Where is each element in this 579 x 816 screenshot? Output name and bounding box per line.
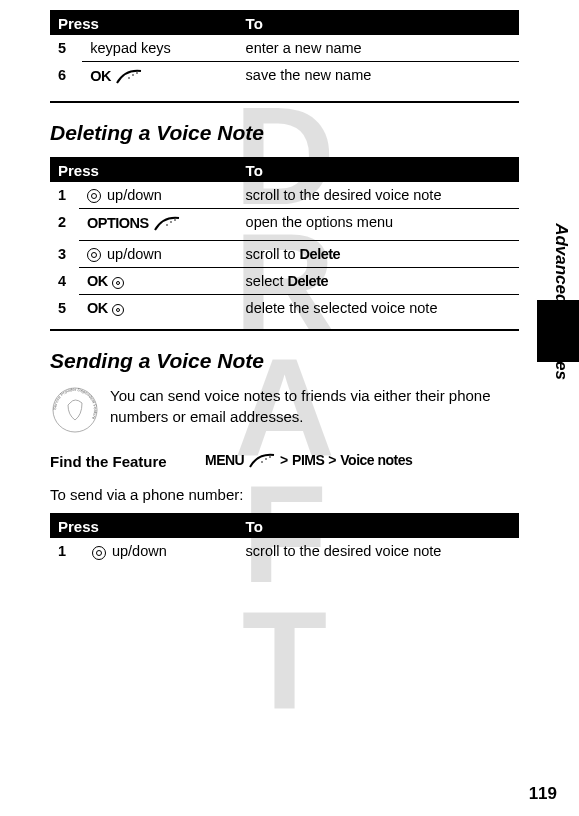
step-number: 6 bbox=[50, 62, 82, 94]
press-suffix: up/down bbox=[103, 187, 162, 203]
softkey-icon bbox=[248, 451, 276, 472]
chevron: > bbox=[280, 453, 288, 469]
to-bold: Delete bbox=[300, 246, 341, 262]
dpad-icon bbox=[92, 546, 106, 560]
key-label: OK bbox=[87, 300, 108, 316]
press-cell: up/down bbox=[79, 241, 238, 268]
dpad-icon bbox=[112, 277, 124, 289]
svg-point-10 bbox=[261, 462, 263, 464]
to-cell: scroll to Delete bbox=[238, 241, 519, 268]
to-prefix: scroll to bbox=[246, 246, 300, 262]
service-provider-badge-icon: Service Provider Dependent Feature bbox=[50, 385, 100, 435]
table-row: 6 OK save the new name bbox=[50, 62, 519, 94]
press-cell: up/down bbox=[84, 538, 238, 564]
chevron: > bbox=[328, 453, 336, 469]
col-press: Press bbox=[50, 515, 238, 538]
press-suffix: up/down bbox=[108, 543, 167, 559]
key-label: OK bbox=[87, 273, 108, 289]
menu-key: MENU bbox=[205, 453, 244, 469]
step-number: 3 bbox=[50, 241, 79, 268]
table-sending: Press To 1 up/down scroll to the desired… bbox=[50, 513, 519, 564]
heading-sending: Sending a Voice Note bbox=[50, 349, 519, 373]
col-press: Press bbox=[50, 12, 238, 35]
col-press: Press bbox=[50, 159, 238, 182]
table-row: 1 up/down scroll to the desired voice no… bbox=[50, 538, 519, 564]
softkey-icon bbox=[153, 214, 181, 235]
svg-point-4 bbox=[170, 221, 172, 223]
svg-point-3 bbox=[174, 219, 176, 221]
table-deleting: Press To 1 up/down scroll to the desired… bbox=[50, 157, 519, 331]
svg-point-1 bbox=[132, 74, 134, 76]
press-cell: up/down bbox=[79, 182, 238, 209]
dpad-icon bbox=[112, 304, 124, 316]
to-cell: scroll to the desired voice note bbox=[238, 182, 519, 209]
col-to: To bbox=[238, 515, 519, 538]
press-suffix: up/down bbox=[103, 246, 162, 262]
page-number: 119 bbox=[529, 784, 557, 804]
step-number: 1 bbox=[50, 182, 79, 209]
path-segment: PIMS bbox=[292, 453, 324, 469]
to-cell: save the new name bbox=[238, 62, 519, 94]
table-row: 1 up/down scroll to the desired voice no… bbox=[50, 182, 519, 209]
table-row: 4 OK select Delete bbox=[50, 268, 519, 295]
step-number: 5 bbox=[50, 35, 82, 62]
softkey-icon bbox=[115, 67, 143, 88]
svg-point-9 bbox=[265, 459, 267, 461]
find-feature-label: Find the Feature bbox=[50, 453, 205, 470]
press-cell: OK bbox=[82, 62, 237, 94]
step-number: 5 bbox=[50, 295, 79, 322]
press-cell: OK bbox=[79, 295, 238, 322]
step-number: 1 bbox=[50, 538, 84, 564]
dpad-icon bbox=[87, 189, 101, 203]
col-to: To bbox=[238, 12, 519, 35]
to-prefix: select bbox=[246, 273, 288, 289]
table-row: 2 OPTIONS open the options menu bbox=[50, 209, 519, 241]
send-intro-line: To send via a phone number: bbox=[50, 486, 519, 503]
svg-point-5 bbox=[166, 224, 168, 226]
intro-paragraph: You can send voice notes to friends via … bbox=[110, 385, 519, 427]
to-cell: enter a new name bbox=[238, 35, 519, 62]
table-continuation: Press To 5 keypad keys enter a new name … bbox=[50, 10, 519, 103]
to-cell: delete the selected voice note bbox=[238, 295, 519, 322]
find-feature-path: MENU > PIMS > Voice notes bbox=[205, 451, 412, 472]
key-label: OK bbox=[90, 68, 111, 84]
table-row: 3 up/down scroll to Delete bbox=[50, 241, 519, 268]
key-label: OPTIONS bbox=[87, 216, 149, 232]
svg-point-8 bbox=[269, 457, 271, 459]
path-segment: Voice notes bbox=[340, 453, 412, 469]
heading-deleting: Deleting a Voice Note bbox=[50, 121, 519, 145]
step-number: 4 bbox=[50, 268, 79, 295]
to-cell: select Delete bbox=[238, 268, 519, 295]
to-bold: Delete bbox=[288, 273, 329, 289]
to-cell: scroll to the desired voice note bbox=[238, 538, 519, 564]
col-to: To bbox=[238, 159, 519, 182]
press-cell: OPTIONS bbox=[79, 209, 238, 241]
intro-paragraph-row: Service Provider Dependent Feature You c… bbox=[50, 385, 519, 435]
svg-text:Service Provider Dependent Fea: Service Provider Dependent Feature bbox=[52, 387, 98, 421]
find-the-feature-row: Find the Feature MENU > PIMS > Voice not… bbox=[50, 451, 519, 472]
svg-point-2 bbox=[128, 77, 130, 79]
svg-point-0 bbox=[136, 72, 138, 74]
step-number: 2 bbox=[50, 209, 79, 241]
press-cell: keypad keys bbox=[82, 35, 237, 62]
dpad-icon bbox=[87, 248, 101, 262]
table-row: 5 keypad keys enter a new name bbox=[50, 35, 519, 62]
table-row: 5 OK delete the selected voice note bbox=[50, 295, 519, 322]
to-cell: open the options menu bbox=[238, 209, 519, 241]
press-cell: OK bbox=[79, 268, 238, 295]
